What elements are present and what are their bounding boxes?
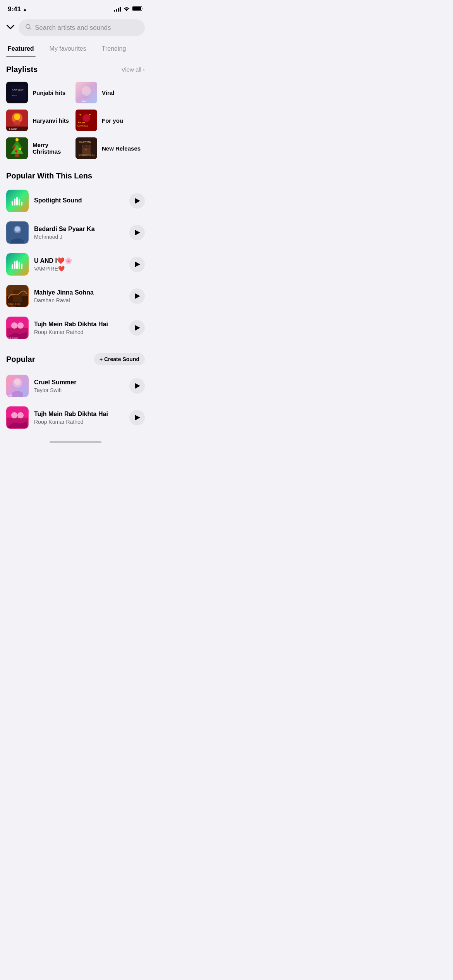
tab-trending[interactable]: Trending <box>100 41 128 57</box>
svg-text:HASTIYAN: HASTIYAN <box>79 141 91 143</box>
home-bar <box>50 441 101 443</box>
sound-thumb-bedardi <box>6 221 29 244</box>
playlists-title: Playlists <box>6 65 38 74</box>
svg-rect-43 <box>19 199 20 206</box>
play-icon <box>135 198 140 204</box>
svg-rect-51 <box>19 262 20 269</box>
play-button[interactable] <box>129 288 145 304</box>
tab-my-favourites[interactable]: My favourites <box>48 41 88 57</box>
list-item[interactable]: Tujh Mein Rab Dikhta Hai Roop Kumar Rath… <box>0 402 151 433</box>
playlist-thumb-newreleases: HASTIYAN NOORANI CHEHRA <box>76 137 97 159</box>
search-icon <box>25 23 32 32</box>
playlist-name: For you <box>102 117 123 124</box>
play-button[interactable] <box>129 225 145 240</box>
list-item[interactable]: HASTIYAN NOORANI CHEHRA New Releases <box>76 134 145 162</box>
svg-text:Laado: Laado <box>9 128 17 130</box>
play-button[interactable] <box>129 193 145 209</box>
list-item[interactable]: Bedardi Se Pyaar Ka Mehmood J <box>0 217 151 248</box>
sound-title: Bedardi Se Pyaar Ka <box>34 226 124 233</box>
popular-header: Popular + Create Sound <box>0 347 151 370</box>
sound-thumb-cruel-summer: love <box>6 375 29 397</box>
search-input[interactable]: Search artists and sounds <box>19 19 145 36</box>
tabs-row: Featured My favourites Trending <box>0 41 151 57</box>
list-item[interactable]: Laado Haryanvi hits <box>6 106 76 134</box>
play-icon <box>135 325 140 331</box>
sound-title: Tujh Mein Rab Dikhta Hai <box>34 321 124 328</box>
play-button[interactable] <box>129 257 145 272</box>
location-icon: ▲ <box>22 7 27 12</box>
sound-thumb-tujh2 <box>6 406 29 429</box>
list-item[interactable]: Spotlight Sound <box>0 185 151 217</box>
search-bar-row: Search artists and sounds <box>0 16 151 41</box>
search-placeholder: Search artists and sounds <box>35 24 111 32</box>
list-item[interactable]: Mahiye Jinna Sohna Mahiye Jinna Sohna Da… <box>0 280 151 312</box>
svg-text:♥: ♥ <box>89 113 91 116</box>
svg-text:love: love <box>82 100 86 102</box>
svg-rect-41 <box>14 199 15 206</box>
playlist-name: Merry Christmas <box>33 142 76 155</box>
sound-info: Spotlight Sound <box>34 197 124 205</box>
svg-point-10 <box>84 87 89 93</box>
svg-text:NOORANI CHEHRA: NOORANI CHEHRA <box>79 154 94 156</box>
svg-point-60 <box>11 322 17 329</box>
popular-lens-section: Popular With This Lens Spotlight Sound <box>0 162 151 344</box>
playlist-thumb-haryanvi: Laado <box>6 110 28 131</box>
svg-point-29 <box>15 150 17 152</box>
play-button[interactable] <box>129 320 145 336</box>
svg-text:Album: Album <box>12 94 17 96</box>
sound-artist: Roop Kumar Rathod <box>34 329 124 335</box>
down-arrow-icon[interactable] <box>6 23 15 32</box>
sound-thumb-uandi <box>6 253 29 276</box>
svg-point-65 <box>14 379 21 385</box>
sound-title: Tujh Mein Rab Dikhta Hai <box>34 411 124 418</box>
svg-rect-40 <box>12 201 13 206</box>
playlist-thumb-punjabi: ANYWAY Album <box>6 82 28 103</box>
svg-text:Mahiye Jinna: Mahiye Jinna <box>8 303 20 305</box>
svg-rect-50 <box>16 260 18 269</box>
list-item[interactable]: love Cruel Summer Taylor Swift <box>0 370 151 402</box>
playlists-header: Playlists View all › <box>0 57 151 79</box>
svg-text:love: love <box>9 394 13 396</box>
svg-rect-26 <box>15 154 19 157</box>
svg-point-70 <box>17 412 24 418</box>
play-icon <box>135 230 140 235</box>
svg-text:ANYWAY: ANYWAY <box>12 89 24 91</box>
view-all-playlists[interactable]: View all › <box>122 66 145 73</box>
svg-text:Happy: Happy <box>78 121 85 123</box>
svg-point-36 <box>86 149 87 151</box>
sound-artist: Taylor Swift <box>34 387 124 393</box>
sound-artist: VAMPIRE❤️ <box>34 266 124 272</box>
popular-lens-title: Popular With This Lens <box>0 168 151 185</box>
play-icon <box>135 262 140 267</box>
list-item[interactable]: Rab Di Yaari Tujh Mein Rab Dikhta Hai Ro… <box>0 312 151 344</box>
list-item[interactable]: ♥ ♥ Happy Anniversary For you <box>76 106 145 134</box>
list-item[interactable]: Merry Christmas <box>6 134 76 162</box>
tab-featured[interactable]: Featured <box>6 41 36 57</box>
playlist-name: Viral <box>102 89 114 96</box>
svg-point-69 <box>11 412 17 418</box>
play-button[interactable] <box>129 378 145 394</box>
sound-artist: Darshan Raval <box>34 297 124 303</box>
sound-title: Mahiye Jinna Sohna <box>34 289 124 296</box>
playlists-grid: ANYWAY Album Punjabi hits <box>0 79 151 162</box>
list-item[interactable]: ANYWAY Album Punjabi hits <box>6 79 76 106</box>
sound-info: Tujh Mein Rab Dikhta Hai Roop Kumar Rath… <box>34 411 124 425</box>
list-item[interactable]: U AND I❤️🌸 VAMPIRE❤️ <box>0 248 151 280</box>
svg-text:Anniversary: Anniversary <box>77 125 88 127</box>
status-icons <box>114 6 143 13</box>
popular-section: Popular + Create Sound <box>0 347 151 433</box>
sound-thumb-mahiye: Mahiye Jinna Sohna <box>6 285 29 307</box>
sound-artist: Mehmood J <box>34 234 124 240</box>
list-item[interactable]: love Viral <box>76 79 145 106</box>
svg-text:♥: ♥ <box>79 113 81 116</box>
sound-info: Mahiye Jinna Sohna Darshan Raval <box>34 289 124 303</box>
create-sound-button[interactable]: + Create Sound <box>94 353 145 365</box>
svg-point-27 <box>13 146 15 149</box>
sound-info: Bedardi Se Pyaar Ka Mehmood J <box>34 226 124 240</box>
home-indicator <box>0 433 151 447</box>
svg-point-14 <box>14 114 20 120</box>
svg-text:Sohna: Sohna <box>10 305 16 307</box>
playlist-thumb-foryou: ♥ ♥ Happy Anniversary <box>76 110 97 131</box>
sound-thumb-spotlight <box>6 190 29 212</box>
play-button[interactable] <box>129 410 145 425</box>
